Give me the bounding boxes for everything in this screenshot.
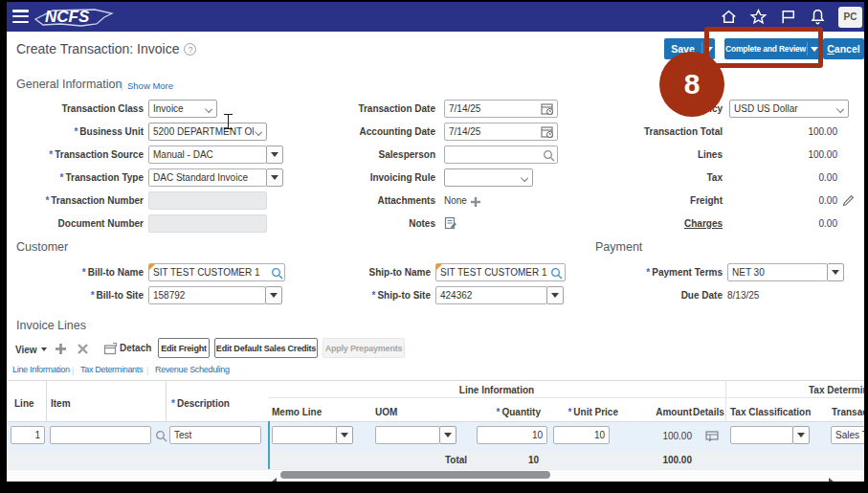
freight-label: Freight	[581, 191, 723, 210]
row-transaction-input[interactable]: Sales T	[831, 426, 864, 444]
tab-line-information[interactable]: Line Information	[12, 365, 70, 374]
row-tax-classification-dropdown-button[interactable]	[792, 426, 810, 444]
favorites-star-icon[interactable]	[749, 8, 768, 26]
row-item-search-icon[interactable]	[155, 429, 167, 446]
page-title: Create Transaction: Invoice?	[16, 41, 196, 56]
row-details-icon[interactable]	[705, 429, 719, 446]
transaction-source-dropdown-button[interactable]	[266, 146, 283, 164]
attachments-value: None	[444, 191, 467, 210]
edit-freight-button[interactable]: Edit Freight	[158, 338, 210, 358]
add-row-icon[interactable]	[55, 342, 67, 359]
col-header-details: Details	[693, 407, 724, 417]
group-header-tax-determinants: Tax Determin	[809, 385, 864, 395]
payment-terms-dropdown-button[interactable]	[827, 263, 844, 281]
flag-icon[interactable]	[779, 8, 797, 26]
bill-to-site-dropdown-button[interactable]	[265, 286, 282, 304]
col-header-quantity: *Quantity	[468, 407, 541, 417]
freight-value: 0.00	[742, 191, 837, 210]
payment-terms-label: *Payment Terms	[581, 263, 723, 281]
payment-terms-input[interactable]: NET 30	[727, 263, 828, 281]
tab-revenue-scheduling[interactable]: Revenue Scheduling	[155, 365, 230, 374]
row-memo-line-input[interactable]	[272, 426, 337, 444]
cancel-button[interactable]: Cancel	[823, 38, 864, 59]
ship-to-site-input[interactable]: 424362	[435, 286, 547, 304]
ship-to-name-label: Ship-to Name	[289, 263, 431, 281]
delete-row-icon[interactable]	[77, 342, 89, 359]
tax-value: 0.00	[742, 168, 837, 187]
row-line-input[interactable]: 1	[11, 426, 45, 444]
menu-icon[interactable]	[12, 10, 29, 23]
ncfs-logo[interactable]: NCFS	[32, 3, 118, 34]
transaction-type-dropdown-button[interactable]	[266, 168, 283, 187]
total-amount: 100.00	[629, 455, 692, 465]
add-attachment-icon[interactable]	[470, 194, 481, 212]
notifications-bell-icon[interactable]	[809, 8, 827, 26]
bill-to-site-input[interactable]: 158792	[148, 286, 266, 304]
show-more-link[interactable]: Show More	[127, 80, 173, 91]
row-tax-classification-input[interactable]	[730, 426, 793, 444]
transaction-type-input[interactable]: DAC Standard Invoice	[148, 168, 267, 187]
notes-icon[interactable]	[444, 216, 457, 234]
transaction-source-label: *Transaction Source	[7, 146, 144, 164]
tax-label: Tax	[581, 168, 723, 187]
notes-label: Notes	[294, 214, 435, 233]
charges-link[interactable]: Charges	[581, 214, 723, 233]
invoice-lines-heading: Invoice Lines	[16, 319, 86, 332]
scrollbar-left-arrow[interactable]	[271, 472, 278, 482]
scrollbar-thumb[interactable]	[280, 471, 550, 479]
annotation-highlight-rectangle	[704, 27, 823, 68]
detach-label[interactable]: Detach	[120, 343, 151, 353]
scrollbar-right-arrow[interactable]	[828, 472, 835, 482]
row-memo-line-dropdown-button[interactable]	[336, 426, 353, 444]
transaction-total-label: Transaction Total	[581, 123, 723, 141]
customer-heading: Customer	[16, 240, 68, 254]
svg-text:NCFS: NCFS	[45, 8, 90, 26]
salesperson-input[interactable]	[444, 146, 558, 164]
col-header-transaction: Transac	[832, 407, 864, 417]
transaction-class-select[interactable]: Invoice	[148, 100, 217, 118]
app-window: NCFS PC Create Transaction: Invoice? Sav…	[7, 2, 864, 482]
home-icon[interactable]	[720, 8, 738, 26]
salesperson-search-icon[interactable]	[543, 148, 555, 166]
bill-to-name-input[interactable]: SIT TEST CUSTOMER 1	[148, 263, 285, 281]
accounting-date-calendar-icon[interactable]	[541, 125, 554, 143]
col-header-uom: UOM	[375, 407, 397, 417]
help-icon[interactable]: ?	[184, 43, 196, 56]
row-description-input[interactable]: Test	[169, 426, 261, 444]
ship-to-site-dropdown-button[interactable]	[546, 286, 564, 304]
currency-select[interactable]: USD US Dollar	[729, 100, 849, 118]
text-cursor	[223, 114, 234, 130]
col-header-item: Item	[51, 398, 71, 409]
bill-to-name-label: *Bill-to Name	[7, 263, 144, 281]
edit-default-sales-credits-button[interactable]: Edit Default Sales Credits	[214, 338, 318, 358]
document-number-label: Document Number	[7, 214, 144, 233]
user-avatar[interactable]: PC	[838, 7, 862, 28]
transaction-class-label: Transaction Class	[7, 100, 144, 118]
bill-to-name-search-icon[interactable]	[271, 266, 283, 283]
transaction-number-label: *Transaction Number	[7, 191, 144, 210]
row-quantity-input[interactable]: 10	[477, 426, 547, 444]
row-item-input[interactable]	[50, 426, 151, 444]
detach-icon[interactable]	[103, 342, 117, 359]
total-row	[7, 451, 864, 469]
tab-tax-determinants[interactable]: Tax Determinants	[80, 365, 143, 374]
transaction-total-value: 100.00	[742, 123, 837, 141]
row-uom-input[interactable]	[375, 426, 440, 444]
row-unit-price-input[interactable]: 10	[553, 426, 610, 444]
transaction-source-input[interactable]: Manual - DAC	[148, 146, 267, 164]
lines-label: Lines	[581, 146, 723, 164]
lines-value: 100.00	[742, 146, 837, 164]
view-menu[interactable]: View	[15, 343, 47, 355]
invoicing-rule-select[interactable]	[444, 168, 533, 187]
business-unit-label: *Business Unit	[7, 123, 144, 141]
ship-to-name-input[interactable]: SIT TEST CUSTOMER 1	[435, 263, 566, 281]
total-label: Total	[445, 455, 467, 465]
transaction-date-calendar-icon[interactable]	[541, 102, 554, 120]
ship-to-name-search-icon[interactable]	[550, 266, 563, 283]
frozen-column-separator	[268, 421, 270, 469]
general-information-heading: General Information	[16, 78, 122, 91]
business-unit-select[interactable]: 5200 DEPARTMENT OF ADM	[148, 123, 267, 141]
transaction-type-label: *Transaction Type	[7, 168, 144, 187]
row-uom-dropdown-button[interactable]	[439, 426, 456, 444]
edit-freight-pencil-icon[interactable]	[842, 193, 855, 211]
